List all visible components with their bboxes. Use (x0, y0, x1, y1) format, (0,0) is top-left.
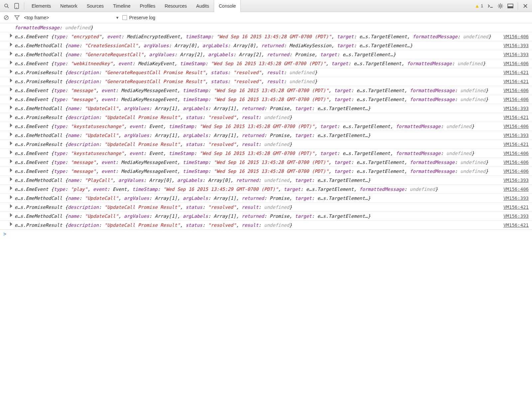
svg-line-10 (499, 4, 499, 5)
svg-line-12 (502, 4, 502, 5)
log-entry: VM156:406e…s.EmeEvent {type: "play", eve… (0, 185, 532, 194)
tab-audits[interactable]: Audits (192, 0, 214, 12)
log-entry: VM156:393e…s.EmeMethodCall {name: "Updat… (0, 104, 532, 113)
expand-toggle-icon[interactable] (10, 123, 12, 127)
svg-rect-15 (508, 6, 513, 8)
log-entry: VM156:406e…s.EmeEvent {type: "message", … (0, 86, 532, 95)
devtools-tabbar: ElementsNetworkSourcesTimelineProfilesRe… (0, 0, 532, 12)
search-icon[interactable] (2, 1, 11, 11)
chevron-down-icon: ▼ (116, 16, 119, 20)
log-entry: VM156:406e…s.EmeEvent {type: "keystatuse… (0, 122, 532, 131)
source-link[interactable]: VM156:393 (503, 51, 529, 58)
log-entry: VM156:421e…s.PromiseResult {description:… (0, 113, 532, 122)
source-link[interactable]: VM156:393 (503, 212, 529, 220)
source-link[interactable]: VM156:393 (503, 42, 529, 49)
source-link[interactable]: VM156:406 (503, 159, 529, 166)
settings-icon[interactable] (496, 1, 505, 11)
source-link[interactable]: VM156:406 (503, 186, 529, 193)
console-prompt[interactable]: > (0, 229, 532, 238)
filter-icon[interactable] (13, 14, 21, 21)
source-link[interactable]: VM156:421 (503, 141, 529, 148)
source-link[interactable]: VM156:421 (503, 221, 529, 229)
device-icon[interactable] (12, 1, 21, 11)
frame-selector-label: <top frame> (24, 15, 49, 20)
svg-marker-20 (15, 16, 19, 20)
expand-toggle-icon[interactable] (10, 78, 12, 82)
expand-toggle-icon[interactable] (10, 96, 12, 100)
log-entry: VM156:421e…s.PromiseResult {description:… (0, 220, 532, 229)
close-icon[interactable] (521, 1, 530, 11)
log-entry: formattedMessage: undefined} (0, 23, 532, 32)
warning-indicator[interactable]: ▲ 1 (474, 3, 483, 9)
log-entry: VM156:393e…s.EmeMethodCall {name: "Updat… (0, 211, 532, 220)
console-log-area[interactable]: formattedMessage: undefined}VM156:406e…s… (0, 23, 532, 397)
source-link[interactable]: VM156:421 (503, 69, 529, 76)
expand-toggle-icon[interactable] (10, 186, 12, 190)
source-link[interactable]: VM156:406 (503, 150, 529, 157)
expand-toggle-icon[interactable] (10, 195, 12, 199)
frame-selector[interactable]: <top frame> ▼ (24, 15, 119, 20)
log-entry: VM156:406e…s.EmeEvent {type: "message", … (0, 158, 532, 167)
expand-toggle-icon[interactable] (10, 204, 12, 208)
tab-timeline[interactable]: Timeline (108, 0, 135, 12)
source-link[interactable]: VM156:406 (503, 33, 529, 40)
expand-toggle-icon[interactable] (10, 168, 12, 172)
source-link[interactable]: VM156:406 (503, 123, 529, 130)
tab-resources[interactable]: Resources (160, 0, 192, 12)
source-link[interactable]: VM156:406 (503, 168, 529, 175)
log-entry: VM156:421e…s.PromiseResult {description:… (0, 202, 532, 211)
tab-network[interactable]: Network (56, 0, 82, 12)
log-entry: VM156:393e…s.EmeMethodCall {name: "Updat… (0, 131, 532, 140)
tab-elements[interactable]: Elements (27, 0, 56, 12)
svg-line-13 (499, 7, 499, 8)
tab-console[interactable]: Console (214, 0, 241, 12)
log-entry: VM156:393e…s.EmeMethodCall {name: "Updat… (0, 194, 532, 202)
log-entry: VM156:406e…s.EmeEvent {type: "message", … (0, 167, 532, 176)
warning-count: 1 (481, 4, 483, 8)
dock-icon[interactable] (506, 1, 515, 11)
show-console-icon[interactable] (486, 1, 495, 11)
source-link[interactable]: VM156:421 (503, 78, 529, 85)
svg-point-3 (16, 7, 17, 8)
log-entry: VM156:406e…s.EmeEvent {type: "message", … (0, 95, 532, 104)
source-link[interactable]: VM156:393 (503, 195, 529, 202)
expand-toggle-icon[interactable] (10, 213, 12, 217)
source-link[interactable]: VM156:421 (503, 114, 529, 121)
source-link[interactable]: VM156:406 (503, 60, 529, 67)
divider (518, 2, 518, 10)
tab-sources[interactable]: Sources (82, 0, 108, 12)
log-entry: VM156:406e…s.EmeEvent {type: "keystatuse… (0, 149, 532, 158)
expand-toggle-icon[interactable] (10, 132, 12, 136)
source-link[interactable]: VM156:393 (503, 177, 529, 184)
clear-console-icon[interactable] (3, 14, 10, 21)
log-entry: VM156:406e…s.EmeEvent {type: "encrypted"… (0, 32, 532, 41)
expand-toggle-icon[interactable] (10, 159, 12, 163)
divider (24, 2, 24, 10)
svg-point-0 (5, 4, 8, 7)
source-link[interactable]: VM156:421 (503, 203, 529, 211)
log-entry: VM156:393e…s.EmeMethodCall {name: "Gener… (0, 50, 532, 59)
expand-toggle-icon[interactable] (10, 177, 12, 181)
checkbox-box (122, 15, 127, 20)
expand-toggle-icon[interactable] (10, 69, 12, 73)
expand-toggle-icon[interactable] (10, 34, 12, 38)
source-link[interactable]: VM156:393 (503, 105, 529, 112)
source-link[interactable]: VM156:406 (503, 96, 529, 103)
svg-line-1 (7, 7, 9, 8)
expand-toggle-icon[interactable] (10, 141, 12, 145)
source-link[interactable]: VM156:406 (503, 87, 529, 94)
preserve-log-checkbox[interactable]: Preserve log (122, 15, 155, 20)
expand-toggle-icon[interactable] (10, 87, 12, 91)
preserve-log-label: Preserve log (129, 15, 155, 20)
source-link[interactable]: VM156:393 (503, 132, 529, 139)
console-toolbar: <top frame> ▼ Preserve log (0, 12, 532, 23)
expand-toggle-icon[interactable] (10, 43, 12, 47)
tab-profiles[interactable]: Profiles (135, 0, 160, 12)
expand-toggle-icon[interactable] (10, 114, 12, 118)
expand-toggle-icon[interactable] (10, 150, 12, 154)
expand-toggle-icon[interactable] (10, 105, 12, 109)
svg-line-19 (5, 16, 8, 19)
expand-toggle-icon[interactable] (10, 222, 12, 226)
expand-toggle-icon[interactable] (10, 52, 12, 56)
expand-toggle-icon[interactable] (10, 61, 12, 65)
